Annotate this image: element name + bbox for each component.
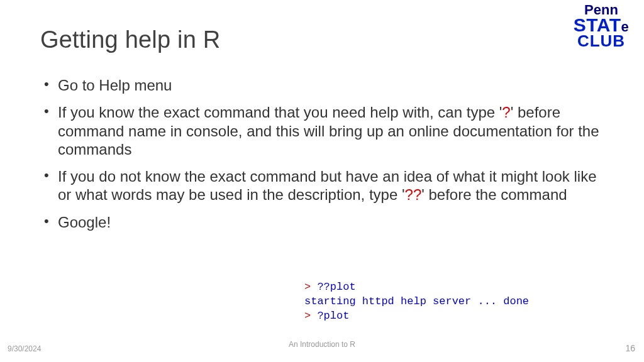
footer-page-number: 16 (625, 343, 635, 353)
slide: Penn STATe CLUB Getting help in R Go to … (0, 0, 644, 362)
bullet-item-google: Google! (58, 213, 604, 231)
slide-title: Getting help in R (40, 26, 604, 53)
penn-state-stat-club-logo: Penn STATe CLUB (567, 4, 635, 49)
bullet-item-help-menu: Go to Help menu (58, 76, 604, 94)
logo-line-club: CLUB (567, 34, 635, 49)
bullet-list: Go to Help menu If you know the exact co… (40, 76, 604, 231)
question-mark-double: ?? (405, 186, 422, 203)
footer-deck-title: An Introduction to R (0, 340, 644, 349)
r-console-output: > ??plot starting httpd help server ... … (304, 280, 529, 324)
question-mark-single: ? (502, 104, 510, 121)
bullet-item-double-q: If you do not know the exact command but… (58, 167, 604, 204)
bullet-item-single-q: If you know the exact command that you n… (58, 103, 604, 158)
